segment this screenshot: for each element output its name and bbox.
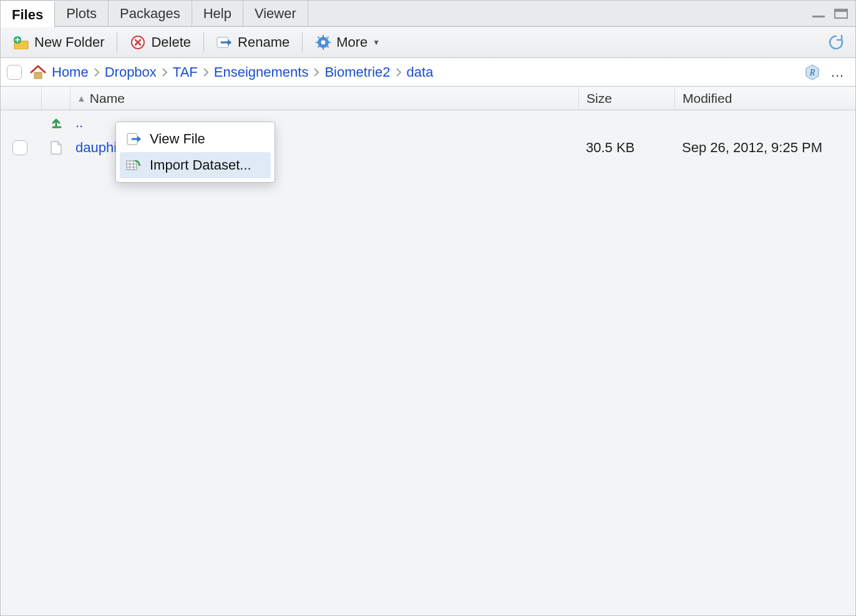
minimize-pane-icon[interactable] [810, 7, 827, 20]
rename-icon [216, 34, 233, 51]
dropdown-caret-icon: ▼ [372, 38, 380, 47]
file-icon [50, 140, 62, 155]
chevron-right-icon [94, 67, 100, 77]
file-size: 30.5 KB [578, 140, 674, 156]
svg-rect-2 [835, 9, 847, 12]
tab-help[interactable]: Help [192, 1, 243, 26]
delete-label: Delete [151, 34, 191, 51]
tab-packages[interactable]: Packages [109, 1, 192, 26]
svg-rect-11 [328, 42, 331, 43]
import-dataset-icon [126, 158, 142, 172]
more-label: More [336, 34, 367, 51]
breadcrumb-item[interactable]: Enseignements [214, 64, 309, 80]
svg-rect-16 [34, 72, 42, 79]
tab-files[interactable]: Files [1, 1, 55, 27]
view-file-icon [126, 132, 142, 146]
modified-column-header[interactable]: Modified [674, 87, 855, 110]
file-list-header: ▲ Name Size Modified [1, 87, 855, 110]
up-folder-icon [49, 116, 63, 130]
size-column-header[interactable]: Size [578, 87, 674, 110]
name-column-header[interactable]: ▲ Name [71, 91, 578, 106]
file-modified: Sep 26, 2012, 9:25 PM [674, 140, 855, 156]
refresh-icon [828, 34, 844, 51]
more-menu-button[interactable]: More ▼ [309, 32, 386, 53]
context-import-dataset[interactable]: Import Dataset... [120, 152, 271, 178]
chevron-right-icon [396, 67, 402, 77]
svg-rect-9 [323, 47, 324, 50]
toolbar-sep [302, 32, 303, 52]
breadcrumb-item[interactable]: Biometrie2 [324, 64, 390, 80]
breadcrumb-more-button[interactable]: … [827, 64, 849, 80]
breadcrumb-home[interactable]: Home [52, 64, 89, 80]
files-toolbar: New Folder Delete Rename [1, 27, 855, 58]
file-context-menu: View File Import Dataset... [115, 122, 275, 183]
tab-plots[interactable]: Plots [55, 1, 109, 26]
row-checkbox[interactable] [12, 140, 27, 155]
chevron-right-icon [162, 67, 168, 77]
header-check-col [1, 87, 42, 110]
svg-point-7 [321, 40, 326, 44]
toolbar-sep [117, 32, 117, 52]
context-view-file[interactable]: View File [120, 126, 271, 152]
svg-rect-10 [316, 42, 318, 43]
rename-button[interactable]: Rename [210, 32, 296, 53]
toolbar-sep [203, 32, 204, 52]
size-column-label: Size [586, 91, 612, 106]
home-icon[interactable] [29, 64, 47, 80]
breadcrumb-item[interactable]: data [407, 64, 434, 80]
svg-text:R: R [809, 68, 815, 77]
svg-rect-14 [327, 36, 329, 39]
name-column-label: Name [90, 91, 125, 106]
chevron-right-icon [313, 67, 319, 77]
svg-rect-12 [318, 36, 320, 39]
file-list: .. dauphin.xls 30.5 KB Sep 26, 2012, 9:2… [1, 110, 855, 615]
svg-rect-19 [127, 161, 137, 170]
new-folder-button[interactable]: New Folder [7, 32, 110, 53]
breadcrumb: Home Dropbox TAF Enseignements Biometrie… [1, 58, 855, 87]
chevron-right-icon [203, 67, 209, 77]
breadcrumb-item[interactable]: TAF [173, 64, 198, 80]
modified-column-label: Modified [683, 91, 732, 106]
sort-asc-icon: ▲ [77, 93, 86, 103]
delete-icon [130, 34, 146, 51]
svg-rect-0 [812, 16, 825, 17]
delete-button[interactable]: Delete [124, 32, 197, 53]
rename-label: Rename [238, 34, 289, 51]
refresh-button[interactable] [823, 32, 849, 53]
new-folder-icon [13, 34, 29, 51]
breadcrumb-item[interactable]: Dropbox [105, 64, 157, 80]
context-view-file-label: View File [150, 131, 205, 147]
gear-icon [315, 34, 331, 51]
tab-viewer[interactable]: Viewer [243, 1, 308, 26]
r-project-icon[interactable]: R [803, 63, 822, 82]
pane-tabs: Files Plots Packages Help Viewer [1, 1, 855, 27]
svg-rect-8 [323, 35, 324, 37]
select-all-checkbox[interactable] [7, 65, 22, 80]
new-folder-label: New Folder [34, 34, 104, 51]
header-icon-col [42, 87, 71, 110]
maximize-pane-icon[interactable] [833, 7, 849, 20]
context-import-dataset-label: Import Dataset... [150, 157, 251, 173]
